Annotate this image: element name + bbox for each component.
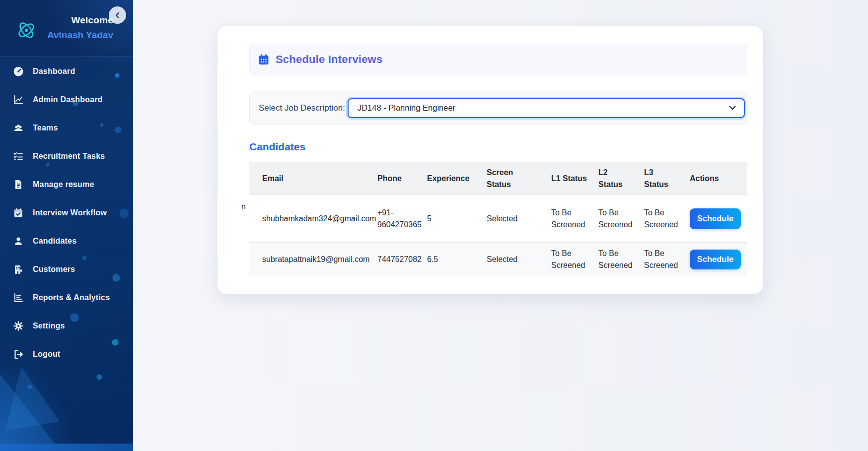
page-title-panel: Schedule Interviews <box>249 44 747 75</box>
column-header-experience: Experience <box>418 173 478 185</box>
main-content: Schedule Interviews Select Job Descripti… <box>133 0 868 451</box>
sidebar-item-label: Logout <box>33 350 60 359</box>
sidebar-item-teams[interactable]: Teams <box>0 114 133 142</box>
column-header-l2-status: L2 Status <box>589 167 635 191</box>
logout-icon <box>13 349 24 360</box>
actions-cell: Schedule <box>681 208 747 229</box>
calendar-icon <box>258 54 270 65</box>
screen-status: Selected <box>478 254 542 265</box>
table-header-row: Email Phone Experience Screen Status L1 … <box>249 162 747 195</box>
clipped-overflow-text: n <box>241 202 246 211</box>
sidebar-nav: Dashboard Admin Dashboard Teams Recruitm… <box>0 57 133 368</box>
atom-logo-icon <box>15 19 38 42</box>
l2-status: To Be Screened <box>589 207 635 231</box>
column-header-l3-status: L3 Status <box>635 167 681 191</box>
schedule-button[interactable]: Schedule <box>690 208 741 229</box>
sidebar-item-customers[interactable]: Customers <box>0 255 133 283</box>
l3-status: To Be Screened <box>635 248 681 271</box>
user-name: Avinash Yadav <box>47 30 113 41</box>
candidate-phone: +91-9604270365 <box>368 207 418 231</box>
user-icon <box>13 236 24 247</box>
chevron-down-icon <box>729 106 736 110</box>
job-select-value: JD148 - Planning Engineer <box>358 103 729 113</box>
sidebar-item-interview-workflow[interactable]: Interview Workflow <box>0 198 133 227</box>
candidate-experience: 5 <box>418 213 478 225</box>
sidebar-item-label: Settings <box>33 322 65 330</box>
screen-status: Selected <box>478 213 542 225</box>
sidebar-collapse-button[interactable] <box>109 6 126 24</box>
schedule-button[interactable]: Schedule <box>690 250 741 269</box>
gear-icon <box>13 321 24 331</box>
sidebar-item-label: Candidates <box>33 237 76 246</box>
sidebar-item-label: Reports & Analytics <box>33 293 110 302</box>
table-row: shubhamkadam324@gmail.com +91-9604270365… <box>249 195 747 243</box>
building-icon <box>13 264 24 275</box>
l1-status: To Be Screened <box>542 248 589 271</box>
column-header-screen-status: Screen Status <box>478 167 542 191</box>
actions-cell: Schedule <box>681 250 747 269</box>
sidebar-item-dashboard[interactable]: Dashboard <box>0 57 133 85</box>
column-header-email: Email <box>249 173 368 185</box>
sidebar-item-reports-analytics[interactable]: Reports & Analytics <box>0 283 133 312</box>
sidebar-item-admin-dashboard[interactable]: Admin Dashboard <box>0 85 133 114</box>
schedule-interviews-card: Schedule Interviews Select Job Descripti… <box>217 26 763 294</box>
sidebar-decor-band <box>0 444 133 451</box>
l1-status: To Be Screened <box>542 207 589 231</box>
sidebar-item-label: Teams <box>33 124 58 132</box>
sidebar-decor-triangle <box>5 367 60 431</box>
sidebar-item-candidates[interactable]: Candidates <box>0 227 133 255</box>
sidebar-item-label: Manage resume <box>33 180 94 189</box>
chevron-left-icon <box>114 12 121 19</box>
candidate-experience: 6.5 <box>418 254 478 265</box>
sidebar-item-label: Customers <box>33 265 75 274</box>
sidebar: Welcome Avinash Yadav Dashboard Admin Da… <box>0 0 133 451</box>
column-header-l1-status: L1 Status <box>542 173 589 185</box>
sidebar-item-label: Dashboard <box>33 67 75 76</box>
table-row: subratapattnaik19@gmail.com 7447527082 6… <box>249 243 747 276</box>
sidebar-item-label: Interview Workflow <box>33 208 107 217</box>
list-check-icon <box>13 151 24 162</box>
sidebar-item-manage-resume[interactable]: Manage resume <box>0 170 133 198</box>
page-title: Schedule Interviews <box>276 53 382 66</box>
calendar-check-icon <box>13 207 24 218</box>
candidate-email: shubhamkadam324@gmail.com <box>249 213 368 225</box>
users-icon <box>13 123 24 133</box>
job-filter-panel: Select Job Description: JD148 - Planning… <box>249 91 747 125</box>
candidates-table: Email Phone Experience Screen Status L1 … <box>249 162 747 276</box>
job-select-label: Select Job Description: <box>259 103 345 113</box>
l2-status: To Be Screened <box>589 248 635 271</box>
sidebar-item-recruitment-tasks[interactable]: Recruitment Tasks <box>0 142 133 170</box>
chart-bars-icon <box>13 292 24 303</box>
sidebar-item-settings[interactable]: Settings <box>0 312 133 340</box>
gauge-icon <box>13 66 24 77</box>
chart-line-icon <box>13 94 24 105</box>
job-description-select[interactable]: JD148 - Planning Engineer <box>348 98 745 118</box>
sidebar-item-label: Recruitment Tasks <box>33 152 105 161</box>
column-header-actions: Actions <box>681 173 747 185</box>
sidebar-item-logout[interactable]: Logout <box>0 340 133 368</box>
file-icon <box>13 179 24 190</box>
column-header-phone: Phone <box>368 173 418 185</box>
candidate-email: subratapattnaik19@gmail.com <box>249 254 368 265</box>
candidates-section-title: Candidates <box>249 141 305 153</box>
welcome-text: Welcome <box>47 15 113 26</box>
candidate-phone: 7447527082 <box>368 254 418 265</box>
welcome-block: Welcome Avinash Yadav <box>47 15 113 41</box>
l3-status: To Be Screened <box>635 207 681 231</box>
sidebar-item-label: Admin Dashboard <box>33 95 103 104</box>
